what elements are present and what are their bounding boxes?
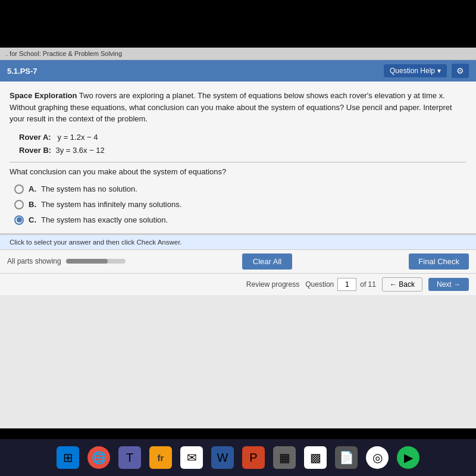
question-help-button[interactable]: Question Help ▾ (384, 64, 447, 77)
equations: Rover A: y = 1.2x − 4 Rover B: 3y = 3.6x… (19, 131, 466, 157)
final-check-button[interactable]: Final Check (409, 253, 469, 270)
divider (10, 162, 466, 162)
choice-c[interactable]: C. The system has exactly one solution. (14, 215, 466, 225)
clear-all-button[interactable]: Clear All (242, 253, 292, 270)
chevron-down-icon: ▾ (437, 67, 441, 75)
nav-bar: Review progress Question of 11 ← Back Ne… (0, 274, 476, 295)
chrome-icon[interactable]: ◎ (366, 446, 389, 469)
section-label: 5.1.PS-7 (7, 67, 37, 76)
choice-a-text: The system has no solution. (41, 184, 137, 193)
content-area: Space Exploration Two rovers are explori… (0, 82, 476, 234)
answer-choices: A. The system has no solution. B. The sy… (14, 184, 466, 225)
taskbar: ⊞🌐Tfr✉WP▦▩📄◎▶ (0, 439, 476, 476)
question-nav: Question of 11 (305, 278, 376, 291)
choice-b[interactable]: B. The system has infinitely many soluti… (14, 200, 466, 209)
of-label: of 11 (360, 280, 376, 289)
file-icon[interactable]: 📄 (335, 446, 358, 469)
fr-icon[interactable]: fr (149, 446, 172, 469)
choice-b-text: The system has infinitely many solutions… (41, 200, 181, 209)
problem-text: Space Exploration Two rovers are explori… (10, 90, 466, 125)
gear-icon: ⚙ (456, 66, 464, 76)
top-bar-label: . for School: Practice & Problem Solving (6, 50, 122, 57)
instruction-text: Click to select your answer and then cli… (10, 239, 182, 246)
ppt-icon[interactable]: P (242, 446, 265, 469)
top-bar: . for School: Practice & Problem Solving (0, 48, 476, 60)
radio-c-fill (17, 217, 22, 223)
radio-a[interactable] (14, 184, 24, 194)
radio-b[interactable] (14, 200, 24, 209)
edge-icon[interactable]: 🌐 (87, 446, 110, 469)
question-line: What conclusion can you make about the s… (10, 167, 466, 176)
windows-icon[interactable]: ⊞ (57, 446, 79, 469)
gmail-icon[interactable]: ✉ (180, 446, 203, 469)
question-number-input[interactable] (337, 278, 356, 291)
calc-icon[interactable]: ▦ (273, 446, 296, 469)
teams-icon[interactable]: T (118, 446, 141, 469)
all-parts-label: All parts showing (7, 257, 61, 265)
instruction-bar: Click to select your answer and then cli… (0, 234, 476, 250)
rover-a-equation: Rover A: y = 1.2x − 4 (19, 131, 466, 144)
settings-button[interactable]: ⚙ (452, 64, 469, 78)
bottom-bar: All parts showing Clear All Final Check (0, 250, 476, 274)
back-button[interactable]: ← Back (382, 277, 422, 292)
choice-c-text: The system has exactly one solution. (41, 215, 168, 224)
review-progress-label: Review progress (246, 280, 299, 289)
progress-bar (66, 259, 126, 264)
next-button[interactable]: Next → (428, 278, 469, 291)
all-parts: All parts showing (7, 257, 126, 265)
progress-bar-fill (66, 259, 108, 264)
radio-c[interactable] (14, 215, 24, 225)
choice-a[interactable]: A. The system has no solution. (14, 184, 466, 194)
rover-b-equation: Rover B: 3y = 3.6x − 12 (19, 144, 466, 157)
qr-icon[interactable]: ▩ (304, 446, 327, 469)
word-icon[interactable]: W (211, 446, 234, 469)
play-icon[interactable]: ▶ (397, 446, 419, 469)
header-bar: 5.1.PS-7 Question Help ▾ ⚙ (0, 60, 476, 82)
header-right: Question Help ▾ ⚙ (384, 64, 469, 78)
question-nav-label: Question (305, 280, 334, 289)
